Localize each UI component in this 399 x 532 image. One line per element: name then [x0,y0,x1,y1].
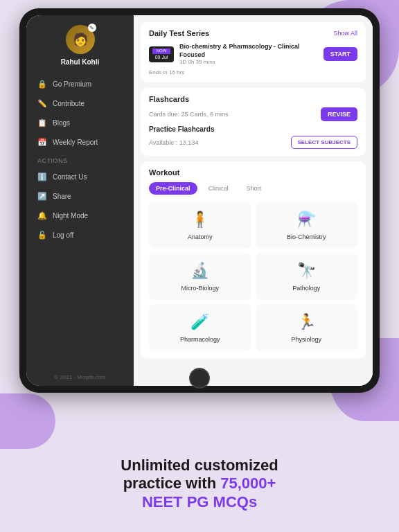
flashcards-title: Flashcards [149,95,357,103]
micro-biology-icon: 🔬 [190,261,210,281]
micro-biology-label: Micro-Biology [181,285,219,292]
sidebar-item-night-mode[interactable]: 🔔 Night Mode [30,206,130,225]
sidebar-item-logoff[interactable]: 🔓 Log off [30,225,130,245]
promo-line2-normal: practice with [123,475,221,492]
sidebar-item-blogs[interactable]: 📋 Blogs [30,113,130,132]
sidebar-item-night-mode-label: Night Mode [53,212,88,220]
tab-clinical[interactable]: Clinical [202,182,236,195]
sidebar-item-share[interactable]: ↗️ Share [30,186,130,206]
sidebar-footer: © 2021 - Mcqdb.com [26,370,134,386]
sidebar-item-weekly-report[interactable]: 📅 Weekly Report [30,132,130,152]
test-name: Bio-chemistry & Pharmacology - Clinical … [179,43,318,59]
main-content: Daily Test Series Show All NOW 09 Jul Bi… [134,15,373,386]
promo-line1-text: Unlimited customized [121,456,278,474]
workout-tabs: Pre-Clinical Clinical Short [149,182,357,195]
bg-blob-bottom-left [0,393,55,449]
ends-in-text: Ends in 16 hrs [149,69,357,76]
workout-item-pathology[interactable]: 🔭 Pathology [256,253,358,300]
avatar-edit-icon[interactable]: ✎ [88,24,96,32]
test-badge: NOW 09 Jul [149,46,174,62]
sidebar-item-share-label: Share [53,193,71,200]
daily-test-series-title: Daily Test Series [149,29,209,37]
test-badge-now: NOW [152,48,170,54]
tablet-screen: 🧑 ✎ Rahul Kohli 🔒 Go Premium ✏️ Contribu… [26,15,373,386]
home-button[interactable] [189,368,210,389]
avatar: 🧑 ✎ [66,25,95,54]
flashcards-row: Cards due: 25 Cards, 6 mins REVISE [149,107,357,121]
show-all-link[interactable]: Show All [333,30,357,37]
workout-item-micro-biology[interactable]: 🔬 Micro-Biology [149,253,251,300]
workout-grid: 🧍 Anatomy ⚗️ Bio-Chemistry 🔬 Micro-Biolo… [149,202,357,351]
physiology-icon: 🏃 [296,312,316,332]
tablet-device: 🧑 ✎ Rahul Kohli 🔒 Go Premium ✏️ Contribu… [19,8,380,393]
physiology-label: Physiology [291,336,321,343]
contact-icon: ℹ️ [37,172,47,181]
available-text: Available : 13,134 [149,139,198,146]
promo-line2: practice with 75,000+ [28,475,371,493]
practice-flashcards-row: Available : 13,134 SELECT SUBJECTS [149,136,357,149]
pharmacology-icon: 🧪 [190,312,210,332]
blogs-icon: 📋 [37,118,47,127]
workout-item-pharmacology[interactable]: 🧪 Pharmacology [149,304,251,351]
cards-due-text: Cards due: 25 Cards, 6 mins [149,111,229,118]
sidebar-item-premium-label: Go Premium [53,80,91,88]
lock-icon: 🔒 [37,79,47,89]
anatomy-label: Anatomy [188,233,213,240]
bio-chemistry-label: Bio-Chemistry [287,233,326,240]
workout-section: Workout Pre-Clinical Clinical Short 🧍 An… [141,161,366,358]
test-item: NOW 09 Jul Bio-chemistry & Pharmacology … [149,43,357,65]
workout-item-bio-chemistry[interactable]: ⚗️ Bio-Chemistry [256,202,358,249]
pharmacology-label: Pharmacology [180,336,220,343]
revise-button[interactable]: REVISE [321,107,357,121]
daily-test-series-header: Daily Test Series Show All [149,29,357,37]
sidebar-item-premium[interactable]: 🔒 Go Premium [30,74,130,94]
pathology-icon: 🔭 [296,261,316,281]
sidebar-item-contribute[interactable]: ✏️ Contribute [30,94,130,113]
practice-flashcards-title: Practice Flashcards [149,125,357,133]
sidebar-item-weekly-report-label: Weekly Report [53,139,98,146]
test-time: 1D 0h 35 mins [179,59,318,65]
sidebar: 🧑 ✎ Rahul Kohli 🔒 Go Premium ✏️ Contribu… [26,15,134,386]
sidebar-username: Rahul Kohli [61,58,100,66]
select-subjects-button[interactable]: SELECT SUBJECTS [291,136,357,149]
sidebar-nav: 🔒 Go Premium ✏️ Contribute 📋 Blogs 📅 Wee… [26,74,134,245]
sidebar-item-logoff-label: Log off [53,231,73,239]
sidebar-item-contact-label: Contact Us [53,173,87,181]
workout-item-anatomy[interactable]: 🧍 Anatomy [149,202,251,249]
bottom-promo-text: Unlimited customized practice with 75,00… [0,456,399,511]
weekly-report-icon: 📅 [37,137,47,147]
actions-section-label: Actions [30,152,130,167]
sidebar-item-contact[interactable]: ℹ️ Contact Us [30,167,130,186]
test-badge-date: 09 Jul [155,55,168,60]
sidebar-item-contribute-label: Contribute [53,100,85,107]
night-mode-icon: 🔔 [37,211,47,220]
logoff-icon: 🔓 [37,230,47,240]
pathology-label: Pathology [292,285,320,292]
start-button[interactable]: START [323,47,357,61]
flashcards-section: Flashcards Cards due: 25 Cards, 6 mins R… [141,88,366,156]
tab-pre-clinical[interactable]: Pre-Clinical [149,182,197,195]
contribute-icon: ✏️ [37,98,47,108]
anatomy-icon: 🧍 [190,210,210,229]
promo-highlight: 75,000+ [220,475,276,492]
promo-line3: NEET PG MCQs [28,493,371,511]
tab-short[interactable]: Short [240,182,269,195]
share-icon: ↗️ [37,191,47,201]
workout-title: Workout [149,168,357,177]
workout-item-physiology[interactable]: 🏃 Physiology [256,304,358,351]
test-info: Bio-chemistry & Pharmacology - Clinical … [179,43,318,65]
sidebar-item-blogs-label: Blogs [53,119,70,127]
promo-line1: Unlimited customized [28,456,371,475]
bio-chemistry-icon: ⚗️ [296,210,316,229]
daily-test-series-card: Daily Test Series Show All NOW 09 Jul Bi… [141,22,366,82]
